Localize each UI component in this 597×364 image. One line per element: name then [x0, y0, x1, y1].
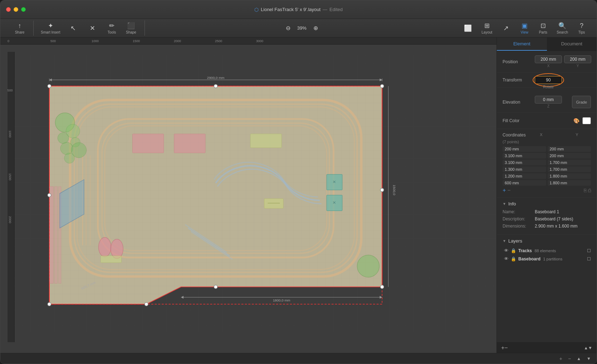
window-icon: ⬜ — [464, 24, 472, 32]
tab-document[interactable]: Document — [547, 38, 597, 51]
elevation-row: Elevation Z Grade — [503, 96, 591, 108]
smart-insert-button[interactable]: ✦ Smart Insert — [38, 20, 63, 36]
coord-actions: + − ⎘ ⎙ — [503, 187, 591, 194]
svg-point-36 — [357, 255, 379, 277]
zoom-out-button[interactable]: ⊖ — [284, 23, 292, 33]
svg-point-48 — [48, 303, 51, 306]
elevation-section: Elevation Z Grade — [497, 91, 597, 113]
info-section-header[interactable]: ▼ Info — [503, 201, 591, 206]
color-swatch[interactable] — [582, 117, 591, 124]
svg-point-46 — [214, 285, 217, 289]
share-button[interactable]: ↑ Share — [10, 21, 29, 36]
transform-section: Transform Rotate — [497, 73, 597, 88]
panel-up-button[interactable]: ▲ — [584, 345, 588, 350]
position-y-input[interactable] — [564, 55, 591, 63]
right-panel: Element Document Position X — [496, 38, 597, 353]
svg-rect-11 — [174, 134, 205, 153]
view-btn[interactable]: ▣ View — [515, 20, 534, 36]
canvas-area[interactable]: 0 500 1000 1500 2000 2500 3000 500 1000 … — [0, 38, 496, 353]
position-x-input[interactable] — [535, 55, 562, 63]
canvas-content[interactable]: 500 1000 1500 2000 — [8, 45, 496, 342]
share2-icon: ↗ — [503, 24, 509, 32]
nav-down-icon: ▼ — [587, 356, 591, 361]
arrow-tool-button[interactable]: ↖ — [64, 23, 82, 34]
svg-point-43 — [380, 84, 384, 88]
grade-button[interactable]: Grade — [572, 96, 591, 108]
add-coord-button[interactable]: + — [503, 187, 506, 194]
layer-tracks[interactable]: 👁 🔒 Tracks 88 elements ☐ — [503, 246, 591, 255]
pen-tool-button[interactable]: ✏ Tools — [102, 20, 121, 36]
info-dims-row: Dimensions: 2.900 mm x 1.600 mm — [503, 224, 591, 229]
toolbar-share-group: ↑ Share — [6, 21, 34, 36]
coords-subtitle: (7 points) — [503, 140, 591, 144]
right-toolbar: ⬜ ⊞ Layout ↗ ▣ View ⊡ Parts 🔍 Search — [459, 20, 591, 36]
ruler-mark-1000: 1000 — [92, 39, 99, 43]
panel-content[interactable]: Position X Y — [497, 51, 597, 342]
svg-point-47 — [145, 303, 148, 306]
zoom-fit-button[interactable]: + — [559, 356, 562, 361]
layers-section-title: Layers — [508, 238, 522, 244]
close-tool-button[interactable]: ✕ — [83, 23, 102, 34]
coord-0-x: 200 mm — [503, 146, 546, 152]
tips-btn[interactable]: ? Tips — [572, 20, 591, 36]
baseboard-visibility-icon[interactable]: 👁 — [504, 256, 509, 261]
zoom-percent: 39% — [295, 25, 309, 31]
ruler-v-1000: 1000 — [8, 130, 12, 138]
main-content: 0 500 1000 1500 2000 2500 3000 500 1000 … — [0, 38, 597, 353]
pos-x-wrap: X — [535, 55, 562, 68]
maximize-button[interactable] — [21, 7, 26, 12]
elevation-label: Elevation — [503, 100, 535, 105]
tracks-lock-icon[interactable]: 🔒 — [511, 248, 516, 253]
nav-up-icon: ▲ — [577, 356, 581, 361]
share-icon: ↑ — [18, 22, 21, 30]
tracks-options-icon[interactable]: ☐ — [587, 248, 591, 253]
baseboard-options-icon[interactable]: ☐ — [587, 256, 591, 261]
coord-row-4: 1.200 mm 1.800 mm — [503, 173, 591, 179]
info-name-row: Name: Baseboard 1 — [503, 209, 591, 214]
zoom-out-btn2[interactable]: − — [568, 356, 571, 361]
svg-text:1500,0: 1500,0 — [392, 185, 396, 195]
tracks-visibility-icon[interactable]: 👁 — [504, 248, 509, 253]
panel-down-button[interactable]: ▼ — [588, 345, 592, 350]
minimize-button[interactable] — [14, 7, 18, 12]
color-picker-icon[interactable]: 🎨 — [573, 118, 579, 124]
tracks-count: 88 elements — [534, 249, 556, 253]
layers-section: ▼ Layers 👁 🔒 Tracks 88 elements ☐ — [497, 235, 597, 266]
copy-coords-button[interactable]: ⎘ — [584, 188, 587, 193]
tab-element[interactable]: Element — [497, 38, 547, 51]
zoom-group: ⊖ 39% ⊕ — [145, 23, 459, 33]
toolbar-insert-group: ✦ Smart Insert ↖ ✕ ✏ Tools ⬛ Shape — [34, 20, 145, 36]
tracks-layer-name: Tracks 88 elements — [518, 248, 585, 253]
coord-2-x: 3.100 mm — [503, 160, 546, 165]
parts-btn[interactable]: ⊡ Parts — [534, 20, 552, 36]
rotate-input[interactable] — [535, 76, 562, 84]
layer-baseboard[interactable]: 👁 🔒 Baseboard 1 partitions ☐ — [503, 255, 591, 263]
baseboard-layer-name: Baseboard 1 partitions — [518, 256, 585, 261]
transform-label: Transform — [503, 78, 535, 83]
coord-3-y: 1.700 mm — [548, 166, 591, 172]
pos-y-wrap: Y — [564, 55, 591, 68]
fill-label: Fill Color — [503, 118, 535, 123]
close-button[interactable] — [6, 7, 11, 12]
layers-section-header[interactable]: ▼ Layers — [503, 238, 591, 244]
fill-controls: 🎨 — [573, 117, 591, 124]
elevation-input[interactable] — [535, 96, 562, 104]
share-btn2[interactable]: ↗ — [496, 22, 515, 34]
panel-remove-button[interactable]: − — [504, 345, 508, 351]
track-layout-svg[interactable]: × × — [15, 45, 496, 342]
ruler-v-2000: 2000 — [8, 216, 12, 223]
svg-point-49 — [48, 194, 51, 197]
svg-rect-14 — [54, 186, 57, 283]
search-btn[interactable]: 🔍 Search — [552, 20, 572, 36]
panel-add-button[interactable]: + — [501, 345, 504, 351]
baseboard-count: 1 partitions — [543, 257, 562, 261]
layout-btn[interactable]: ⊞ Layout — [477, 20, 496, 36]
window-btn[interactable]: ⬜ — [459, 22, 477, 34]
paste-coords-button[interactable]: ⎙ — [588, 188, 591, 193]
coords-title: Coordinates — [503, 133, 526, 138]
shape-button[interactable]: ⬛ Shape — [122, 20, 140, 36]
baseboard-lock-icon[interactable]: 🔒 — [511, 256, 516, 261]
zoom-in-button[interactable]: ⊕ — [312, 23, 319, 33]
toolbar: ↑ Share ✦ Smart Insert ↖ ✕ ✏ Tools ⬛ — [0, 19, 597, 38]
remove-coord-button[interactable]: − — [507, 187, 510, 194]
